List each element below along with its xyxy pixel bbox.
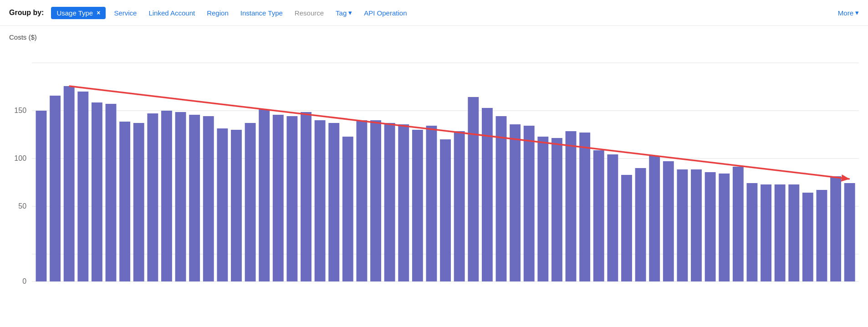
bar-0[interactable] (36, 111, 47, 281)
bar-39[interactable] (579, 133, 590, 281)
bar-13[interactable] (217, 128, 228, 281)
bar-35[interactable] (524, 126, 535, 281)
bar-55[interactable] (802, 193, 813, 281)
toolbar: Group by: Usage Type × Service Linked Ac… (0, 0, 868, 26)
bar-54[interactable] (788, 184, 799, 281)
bar-30[interactable] (454, 131, 465, 281)
bar-51[interactable] (746, 183, 757, 281)
bar-43[interactable] (635, 168, 646, 281)
bar-25[interactable] (384, 123, 395, 281)
bar-29[interactable] (440, 139, 451, 281)
instance-type-filter-link[interactable]: Instance Type (237, 7, 286, 19)
bar-chart: 150 100 50 0 (9, 45, 859, 304)
resource-filter-link[interactable]: Resource (291, 7, 327, 19)
bar-14[interactable] (231, 130, 242, 281)
bar-24[interactable] (370, 120, 381, 281)
svg-text:50: 50 (18, 202, 26, 210)
bar-28[interactable] (426, 126, 437, 281)
bar-23[interactable] (357, 120, 368, 281)
bar-41[interactable] (607, 154, 618, 281)
group-by-label: Group by: (9, 9, 44, 17)
bar-18[interactable] (286, 116, 297, 281)
bar-10[interactable] (175, 112, 186, 281)
bar-3[interactable] (77, 92, 88, 281)
trend-arrowhead (841, 174, 850, 182)
bar-50[interactable] (733, 167, 744, 281)
bar-6[interactable] (119, 122, 130, 281)
bar-2[interactable] (64, 86, 75, 281)
bar-11[interactable] (189, 115, 200, 281)
bar-9[interactable] (161, 111, 172, 281)
bar-42[interactable] (621, 175, 632, 281)
bar-47[interactable] (691, 169, 702, 281)
bar-44[interactable] (649, 156, 660, 281)
bar-57[interactable] (830, 176, 841, 281)
svg-text:100: 100 (14, 154, 26, 162)
chart-area: Costs ($) 150 100 50 0 (0, 26, 868, 309)
service-filter-link[interactable]: Service (110, 7, 140, 19)
linked-account-filter-link[interactable]: Linked Account (145, 7, 199, 19)
chart-title: Costs ($) (9, 33, 859, 41)
active-filter-label: Usage Type (56, 9, 93, 17)
bar-38[interactable] (566, 131, 577, 281)
bar-49[interactable] (719, 174, 730, 281)
region-filter-link[interactable]: Region (203, 7, 232, 19)
bar-36[interactable] (537, 137, 548, 281)
chart-container: 150 100 50 0 (9, 45, 859, 304)
bar-5[interactable] (106, 104, 117, 281)
bar-37[interactable] (551, 138, 562, 281)
bar-40[interactable] (593, 150, 604, 281)
bar-34[interactable] (510, 124, 521, 281)
api-operation-filter-link[interactable]: API Operation (360, 7, 410, 19)
tag-filter-link[interactable]: Tag ▾ (332, 6, 356, 19)
bar-53[interactable] (775, 184, 786, 281)
bar-46[interactable] (677, 169, 688, 281)
bar-58[interactable] (844, 183, 855, 281)
bar-27[interactable] (412, 130, 423, 281)
bar-16[interactable] (259, 109, 270, 281)
bar-4[interactable] (92, 102, 102, 281)
bar-17[interactable] (273, 115, 284, 281)
bar-32[interactable] (482, 108, 493, 281)
close-icon[interactable]: × (97, 9, 100, 16)
bar-33[interactable] (496, 116, 507, 281)
active-filter-button[interactable]: Usage Type × (51, 7, 106, 19)
bar-26[interactable] (398, 124, 409, 281)
bar-8[interactable] (147, 113, 158, 281)
bar-15[interactable] (245, 123, 256, 281)
more-button[interactable]: More ▾ (838, 9, 859, 17)
bar-12[interactable] (203, 116, 214, 281)
svg-text:0: 0 (22, 277, 26, 285)
chevron-down-more-icon: ▾ (855, 9, 859, 17)
bar-20[interactable] (315, 120, 326, 281)
bar-31[interactable] (468, 97, 479, 281)
chevron-down-icon: ▾ (348, 9, 352, 17)
bar-45[interactable] (663, 161, 674, 281)
bar-1[interactable] (50, 96, 61, 281)
svg-text:150: 150 (14, 106, 26, 114)
bar-7[interactable] (133, 123, 144, 281)
bar-52[interactable] (761, 184, 771, 281)
bar-19[interactable] (301, 112, 311, 281)
bar-22[interactable] (342, 137, 353, 281)
bar-56[interactable] (817, 190, 827, 281)
bar-48[interactable] (705, 172, 716, 281)
bar-21[interactable] (328, 123, 339, 281)
